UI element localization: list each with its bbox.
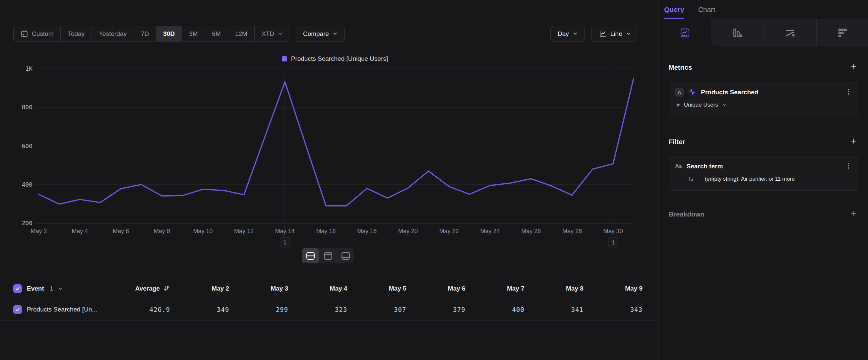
- y-axis-label: 600: [22, 142, 32, 149]
- layout-table-only-button[interactable]: [337, 248, 354, 264]
- chart-controls: Day Line: [550, 26, 638, 41]
- line-chart[interactable]: 1K800600400200May 2May 4May 6May 8May 10…: [0, 63, 658, 256]
- date-column-header: May 6: [406, 285, 465, 292]
- report-type-strip: [659, 19, 868, 47]
- x-axis-label: May 26: [521, 228, 541, 234]
- select-all-checkbox[interactable]: [13, 284, 22, 293]
- range-yesterday-button[interactable]: Yesterday: [92, 26, 134, 41]
- average-header-label: Average: [135, 285, 160, 292]
- layout-split-button[interactable]: [302, 248, 319, 264]
- analytics-app: CustomTodayYesterday7D30D3M6M12MXTD Comp…: [0, 0, 868, 360]
- filter-condition-row[interactable]: Is (empty string), Air purifier, or 11 m…: [669, 171, 858, 182]
- value-cell: 323: [288, 306, 347, 313]
- metric-letter-badge: A: [675, 88, 684, 96]
- active-tab-underline: [664, 18, 684, 19]
- kebab-menu-icon[interactable]: [845, 162, 852, 171]
- range-today-button[interactable]: Today: [61, 26, 92, 41]
- x-axis-label: May 20: [398, 228, 418, 234]
- average-cell: 426.9: [116, 306, 170, 313]
- compare-label: Compare: [303, 30, 329, 37]
- x-axis-label: May 10: [193, 228, 213, 234]
- legend-label: Products Searched [Unique Users]: [291, 55, 388, 62]
- chevron-down-icon: [572, 31, 578, 36]
- chart-legend[interactable]: Products Searched [Unique Users]: [36, 55, 633, 62]
- value-cell: 379: [406, 306, 465, 313]
- x-axis-label: May 16: [316, 228, 336, 234]
- query-sidebar: Query Chart Metrics + A: [659, 0, 868, 360]
- chevron-down-icon: [333, 31, 338, 36]
- add-filter-button[interactable]: +: [849, 136, 859, 146]
- report-type-retention[interactable]: [816, 19, 868, 47]
- filter-value: (empty string), Air purifier, or 11 more: [705, 176, 795, 182]
- event-header-cell: Event 1: [13, 284, 116, 293]
- filter-heading: Filter: [669, 138, 685, 146]
- range-7d-button[interactable]: 7D: [134, 26, 156, 41]
- event-header-label: Event: [27, 285, 44, 292]
- range-3m-button[interactable]: 3M: [182, 26, 205, 41]
- granularity-button[interactable]: Day: [550, 26, 585, 41]
- range-label: Yesterday: [99, 30, 127, 37]
- range-12m-button[interactable]: 12M: [228, 26, 255, 41]
- add-breakdown-button[interactable]: +: [849, 209, 859, 219]
- filter-property-name: Search term: [686, 163, 723, 170]
- y-axis-label: 400: [22, 181, 32, 188]
- value-cell: 343: [584, 306, 643, 313]
- x-axis-label: May 8: [154, 228, 170, 234]
- filter-card-header: Aa Search term: [669, 157, 858, 171]
- average-value: 426.9: [150, 306, 170, 313]
- date-column-header: May 5: [347, 285, 406, 292]
- add-metric-button[interactable]: +: [849, 62, 859, 72]
- value-cell: 349: [170, 306, 229, 313]
- series-line[interactable]: [39, 78, 633, 206]
- chevron-down-icon: [278, 31, 283, 36]
- event-name: Products Searched [Un...: [27, 306, 97, 313]
- range-label: 3M: [189, 30, 197, 37]
- annotation-badge-label: 1: [611, 240, 614, 246]
- metric-card[interactable]: A Products Searched # Unique Users: [669, 82, 858, 117]
- date-column-header: May 4: [288, 285, 347, 292]
- y-axis-label: 1K: [25, 65, 32, 72]
- x-axis-label: May 24: [480, 228, 500, 234]
- range-xtd-button[interactable]: XTD: [255, 26, 290, 41]
- chevron-down-icon[interactable]: [58, 286, 63, 291]
- table-header-row: Event 1 Average May 2May 3May 4May 5May …: [0, 279, 658, 298]
- metric-name: Products Searched: [701, 89, 758, 96]
- date-range-group: CustomTodayYesterday7D30D3M6M12MXTD: [13, 26, 290, 41]
- date-column-header: May 7: [465, 285, 525, 292]
- column-divider: [178, 279, 178, 321]
- date-column-header: May 8: [525, 285, 584, 292]
- chart-type-button[interactable]: Line: [591, 26, 638, 41]
- range-label: 30D: [163, 30, 175, 37]
- x-axis-label: May 4: [72, 228, 88, 234]
- range-label: 6M: [212, 30, 221, 37]
- date-column-header: May 3: [229, 285, 288, 292]
- event-cell: Products Searched [Un...: [13, 305, 116, 314]
- range-custom-button[interactable]: Custom: [13, 26, 61, 41]
- row-checkbox[interactable]: [13, 305, 22, 314]
- tab-query[interactable]: Query: [664, 6, 684, 13]
- report-type-insights[interactable]: [659, 19, 711, 47]
- compare-button[interactable]: Compare: [296, 26, 345, 41]
- sidebar-tab-bar: Query Chart: [659, 0, 868, 19]
- range-6m-button[interactable]: 6M: [205, 26, 228, 41]
- layout-chart-only-button[interactable]: [319, 248, 337, 264]
- calendar-icon: [21, 30, 28, 37]
- x-axis-label: May 14: [275, 228, 295, 234]
- tab-chart[interactable]: Chart: [698, 6, 715, 13]
- filter-card[interactable]: Aa Search term Is (empty string), Air pu…: [669, 156, 858, 191]
- average-header-cell[interactable]: Average: [116, 285, 170, 292]
- number-type-icon: #: [676, 102, 680, 108]
- y-axis-label: 200: [22, 220, 32, 226]
- metric-measure-row[interactable]: # Unique Users: [669, 96, 858, 108]
- filter-operator: Is: [689, 176, 693, 182]
- breakdown-table: Event 1 Average May 2May 3May 4May 5May …: [0, 279, 658, 321]
- report-type-flows[interactable]: [764, 19, 816, 47]
- kebab-menu-icon[interactable]: [845, 88, 852, 96]
- value-cell: 341: [525, 306, 584, 313]
- report-type-funnels[interactable]: [711, 19, 764, 47]
- breakdown-heading: Breakdown: [669, 211, 705, 218]
- table-row[interactable]: Products Searched [Un... 426.9 349299323…: [0, 298, 658, 321]
- line-chart-icon: [599, 30, 607, 38]
- x-axis-label: May 28: [562, 228, 582, 234]
- range-30d-button[interactable]: 30D: [156, 26, 182, 41]
